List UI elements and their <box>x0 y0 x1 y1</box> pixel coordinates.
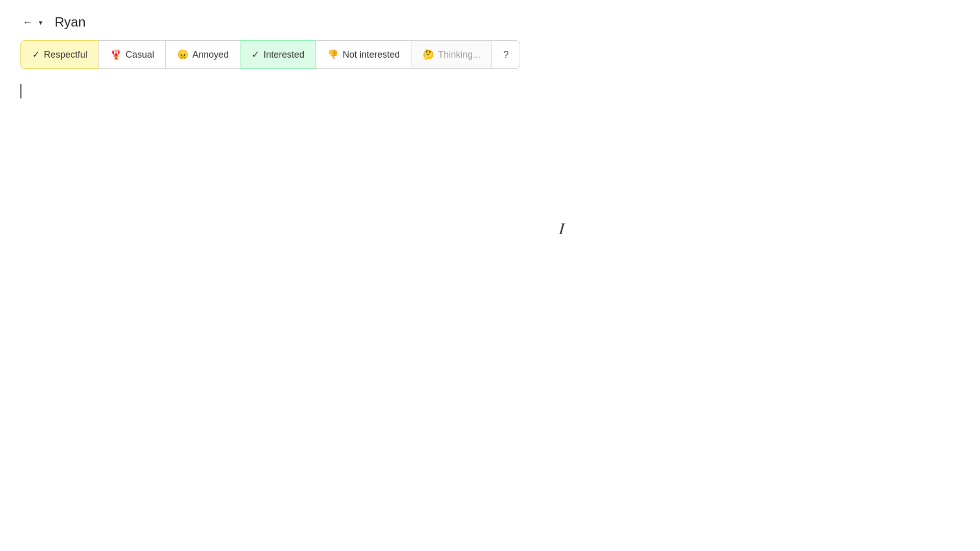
tone-button-annoyed[interactable]: 😠 Annoyed <box>165 40 240 69</box>
tone-button-casual[interactable]: 🦞 Casual <box>99 40 165 69</box>
check-icon: ✓ <box>32 49 40 60</box>
tone-label-not-interested: Not interested <box>342 49 400 60</box>
tone-label-thinking: Thinking... <box>438 49 480 60</box>
not-interested-icon: 👎 <box>327 49 338 60</box>
nav-controls: ← ▾ <box>20 14 44 30</box>
tone-label-casual: Casual <box>126 49 154 60</box>
casual-icon: 🦞 <box>110 49 121 60</box>
tone-label-respectful: Respectful <box>44 49 87 60</box>
header: ← ▾ Ryan <box>0 0 980 40</box>
thinking-icon: 🤔 <box>423 49 434 60</box>
tone-label-interested: Interested <box>263 49 304 60</box>
dropdown-button[interactable]: ▾ <box>37 16 44 29</box>
help-button[interactable]: ? <box>492 40 520 69</box>
interested-check-icon: ✓ <box>252 49 259 60</box>
tone-button-thinking[interactable]: 🤔 Thinking... <box>411 40 492 69</box>
content-area: 𝐼 <box>0 69 980 114</box>
back-button[interactable]: ← <box>20 14 35 30</box>
question-icon: ? <box>503 49 509 61</box>
i-beam-cursor: 𝐼 <box>559 219 565 238</box>
text-input-cursor <box>20 84 21 98</box>
annoyed-icon: 😠 <box>177 49 188 60</box>
tone-button-not-interested[interactable]: 👎 Not interested <box>315 40 411 69</box>
tone-button-respectful[interactable]: ✓ Respectful <box>20 40 99 69</box>
tone-button-interested[interactable]: ✓ Interested <box>240 40 315 69</box>
tone-label-annoyed: Annoyed <box>192 49 229 60</box>
page-title: Ryan <box>55 14 86 30</box>
toolbar: ✓ Respectful 🦞 Casual 😠 Annoyed ✓ Intere… <box>0 40 980 69</box>
